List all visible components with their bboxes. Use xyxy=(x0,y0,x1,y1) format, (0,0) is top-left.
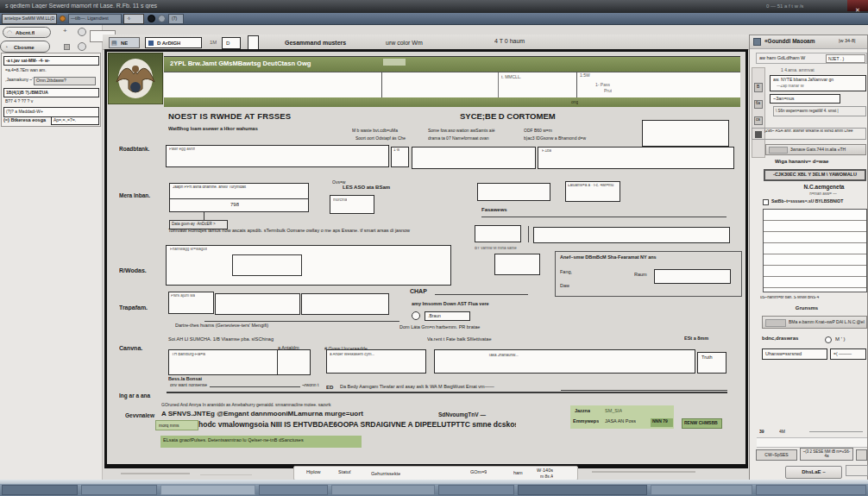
rp-button-c[interactable] xyxy=(856,449,867,461)
list-item[interactable]: -a t.jav sat-MM- -4- w- xyxy=(3,56,99,66)
green-total-r1a: Jazzna xyxy=(575,409,590,414)
rp-row4[interactable]: [29b~ ASA·amr. atwrwr wrkame.st ssrsd am… xyxy=(752,128,866,140)
rp-checkbox[interactable] xyxy=(763,199,769,205)
circle-button-1[interactable] xyxy=(78,28,86,36)
list-item[interactable]: =a.4=8.7Em wan am. xyxy=(3,67,99,75)
field-stack[interactable]: Jaapn PPrt asna dnamne. arssv Turymdalt … xyxy=(169,183,309,212)
rp-box-13r[interactable]: =( ——— xyxy=(830,348,866,360)
field-sec4-b[interactable] xyxy=(215,293,300,315)
field-sec3-c[interactable] xyxy=(494,254,540,275)
green-total-r1b: SM_SIA xyxy=(605,409,622,414)
chap-radio[interactable] xyxy=(412,311,420,320)
list-item[interactable]: B?7 4 ? ?7 ? v xyxy=(3,98,99,106)
statusbar-item[interactable]: W·140s xyxy=(537,468,553,474)
statusbar-item[interactable]: ham xyxy=(513,471,523,476)
field-sec5-b[interactable]: a Ander Weskasem cym... xyxy=(326,349,426,374)
field-sec4-c[interactable] xyxy=(301,293,389,315)
rp-input[interactable]: aw. NYTE bbama JaNamvar gn —Zap manar W xyxy=(770,75,866,91)
circle-button-2[interactable] xyxy=(78,42,86,51)
right-panel-menu[interactable]: aw ham GdLdfham W xyxy=(759,56,825,61)
rp-radio-icon[interactable] xyxy=(825,336,832,343)
statusbar-item[interactable]: m 8s A xyxy=(540,474,553,479)
statusbar-item[interactable]: Gehurrissekte xyxy=(371,472,400,477)
tab-1[interactable]: antelope SwMM WM.LL(D xyxy=(2,14,57,24)
rp-table[interactable] xyxy=(763,209,867,292)
toolbar-button-ardigh[interactable]: D ArDIGH xyxy=(145,37,202,48)
field-sec5-c[interactable]: Taka Jhanaunw... xyxy=(434,349,695,374)
list-item-highlight-box[interactable]: Omn.2tbdaww? xyxy=(34,77,96,85)
right-panel-titlebar[interactable]: «Gounddl Maooam |w 34-8| xyxy=(750,35,867,49)
tool-icon-b[interactable]: B xyxy=(754,83,763,92)
field-sec3-a[interactable] xyxy=(475,225,521,242)
tool-icon-6a[interactable]: 6a xyxy=(754,100,763,109)
taskbar-tray[interactable] xyxy=(756,485,866,495)
chap-chip[interactable]: .Braun xyxy=(425,311,470,321)
sec7-green-chip[interactable]: morq mms xyxy=(155,420,198,430)
field-sec5-a[interactable]: TH Bamburg-Fla=w xyxy=(168,349,311,375)
field-phone[interactable]: morcma xyxy=(330,195,374,214)
field-sec2-a[interactable] xyxy=(477,183,550,201)
tab-2[interactable]: —tilb—. Ligamdtest xyxy=(68,14,122,24)
rp-button-11[interactable]: BMa e.bamm Knat~swP DAl L.N.C:@eI xyxy=(762,316,867,329)
taskbar-button[interactable] xyxy=(651,485,752,495)
right-panel-title-controls[interactable]: |w 34-8| xyxy=(839,39,866,44)
rp-box2[interactable]: ~3an=nus xyxy=(770,94,840,104)
field-row1-main[interactable]: Pawr egg asrth xyxy=(166,145,389,167)
tool-icon-ca[interactable]: ca xyxy=(754,116,763,125)
rp-button-7[interactable]: -CJK30EC XBL Y 3ELM \ YAWOMALU xyxy=(764,169,866,181)
left-oval-button-2[interactable]: ◔ Cbosme xyxy=(0,41,50,53)
toolbar-button-ne[interactable]: ▤ NE xyxy=(109,37,140,48)
green-button[interactable]: RENW CHMSBB xyxy=(682,418,722,429)
rp-button-b[interactable]: ~(3 2 SESE NM tB m=«S6-4a xyxy=(800,448,853,461)
field-raum[interactable] xyxy=(654,269,731,284)
right-panel-icon-column: B 6a ca xyxy=(752,67,765,158)
tab-3[interactable]: ·t· xyxy=(123,14,144,24)
rp-big-button[interactable]: DhsLaE ~ xyxy=(785,466,842,479)
field-sec3-big[interactable]: Fhamwagg sr=wagotr xyxy=(166,245,451,286)
rp-row3[interactable]: \ S6n wspen=asrm regattW 4. smst | xyxy=(773,106,866,116)
statusbar-item[interactable]: Statut' xyxy=(338,470,351,475)
list-item[interactable]: 1B(4(1)B ?)./BM/ZUA xyxy=(3,88,99,97)
statusbar-item[interactable]: Hiplow xyxy=(306,470,321,475)
field-row1-check[interactable]: 1·w xyxy=(391,147,409,167)
field-stack-bottom-value: 798 xyxy=(230,202,239,207)
taskbar-button[interactable] xyxy=(81,485,157,495)
rp-side-piece[interactable] xyxy=(846,465,868,476)
right-panel-menu-box[interactable]: NJET . ) xyxy=(826,54,865,63)
rp-button-5[interactable]: 3wnave Gats.744 in.alia «TH xyxy=(765,144,866,155)
sec4-below-label: Dartre-thes hvams (Genevieve-ters' Mengi… xyxy=(175,323,287,329)
globe-icon: ◔ xyxy=(4,44,8,50)
taskbar-button[interactable] xyxy=(331,485,435,495)
taskbar-button[interactable] xyxy=(160,485,255,495)
statusbar-item[interactable]: GOm=9 xyxy=(470,470,487,475)
taskbar-button[interactable] xyxy=(259,485,328,495)
field-sec4-a[interactable]: Pwrs ajum wa xyxy=(168,292,214,314)
field-sec2-b[interactable]: Laluams=a a · t-c. 4wt=mu xyxy=(565,181,620,202)
tab-4[interactable]: (7) xyxy=(168,14,184,24)
taskbar-button[interactable] xyxy=(518,485,647,495)
margin-label-3: R/Wodas. xyxy=(119,267,159,273)
toolbar-dropdown[interactable]: D xyxy=(222,37,241,49)
statusbar-strip xyxy=(293,466,578,480)
rp-button-a[interactable]: CW~SpSES xyxy=(756,449,797,461)
field-row1-mid[interactable] xyxy=(412,147,536,169)
taskbar-button[interactable] xyxy=(2,485,78,495)
field-top-right[interactable] xyxy=(642,120,729,147)
rp-box-13[interactable]: Uhansw=ssrsrwd xyxy=(762,348,827,360)
sec6-full-line xyxy=(167,392,727,393)
left-row7-button[interactable]: Ap=,=.,=7=. xyxy=(51,116,99,125)
tiny-square-button[interactable] xyxy=(64,44,70,50)
field-row1-right[interactable]: F.1ba xyxy=(538,147,734,169)
close-button[interactable]: ✕ xyxy=(847,0,868,11)
field-stack-divider xyxy=(170,198,308,199)
circle-icon[interactable] xyxy=(158,15,166,22)
left-oval-button-1[interactable]: ◠ Abcnt.fl xyxy=(3,27,51,38)
truth-label: Truth xyxy=(701,355,713,361)
taskbar-button[interactable] xyxy=(438,485,514,495)
field-sec3-b[interactable] xyxy=(533,227,730,243)
field-sec3-sub[interactable] xyxy=(232,254,302,276)
record-icon[interactable] xyxy=(148,15,155,22)
field-note: Pwrs ajum wa xyxy=(171,294,195,298)
field-truth[interactable]: Truth xyxy=(697,352,726,374)
plus-icon[interactable]: + xyxy=(63,28,67,35)
